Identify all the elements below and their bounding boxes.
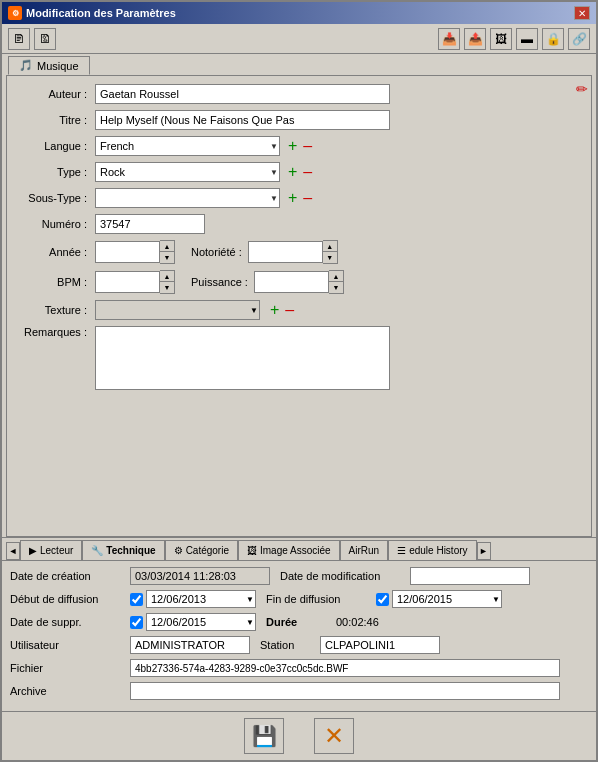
sous-type-plus-minus: + – — [288, 190, 312, 206]
date-creation-input[interactable] — [130, 567, 270, 585]
remarques-label: Remarques : — [15, 326, 95, 338]
annee-notoriete-row: Année : ▲ ▼ Notoriété : ▲ ▼ — [15, 240, 583, 264]
bottom-tab-categorie[interactable]: ⚙ Catégorie — [165, 540, 238, 560]
utilisateur-input[interactable] — [130, 636, 250, 654]
annee-spinner-btns: ▲ ▼ — [160, 240, 175, 264]
type-select[interactable]: Rock Pop Jazz — [95, 162, 280, 182]
notoriete-down-btn[interactable]: ▼ — [323, 252, 337, 263]
archive-row: Archive — [10, 682, 588, 700]
technique-content: Date de création Date de modification Dé… — [2, 560, 596, 711]
puissance-input[interactable] — [254, 271, 329, 293]
dates-creation-row: Date de création Date de modification — [10, 567, 588, 585]
langue-select[interactable]: French English Spanish — [95, 136, 280, 156]
lecteur-label: Lecteur — [40, 545, 73, 556]
notoriete-up-btn[interactable]: ▲ — [323, 241, 337, 252]
fin-date-select[interactable]: 12/06/2015 — [392, 590, 502, 608]
texture-minus-btn[interactable]: – — [285, 302, 294, 318]
type-minus-btn[interactable]: – — [303, 164, 312, 180]
date-modification-input[interactable] — [410, 567, 530, 585]
texture-label: Texture : — [15, 304, 95, 316]
texture-select[interactable] — [95, 300, 260, 320]
sous-type-plus-btn[interactable]: + — [288, 190, 297, 206]
suppr-date-select[interactable]: 12/06/2015 — [146, 613, 256, 631]
annee-input[interactable] — [95, 241, 160, 263]
fichier-row: Fichier — [10, 659, 588, 677]
toolbar-image-btn[interactable]: 🖼 — [490, 28, 512, 50]
fichier-input[interactable] — [130, 659, 560, 677]
bpm-spinner-btns: ▲ ▼ — [160, 270, 175, 294]
tab-prev-btn[interactable]: ◄ — [6, 542, 20, 560]
toolbar-copy-btn[interactable]: 🖹 — [8, 28, 30, 50]
categorie-label: Catégorie — [186, 545, 229, 556]
type-plus-minus: + – — [288, 164, 312, 180]
toolbar-paste-btn[interactable]: 🖻 — [34, 28, 56, 50]
bottom-section: ◄ ▶ Lecteur 🔧 Technique ⚙ Catégorie 🖼 Im… — [2, 537, 596, 711]
sous-type-minus-btn[interactable]: – — [303, 190, 312, 206]
auteur-input[interactable] — [95, 84, 390, 104]
toolbar-link-btn[interactable]: 🔗 — [568, 28, 590, 50]
bottom-tab-lecteur[interactable]: ▶ Lecteur — [20, 540, 82, 560]
form-area: Auteur : Titre : Langue : French English… — [6, 75, 592, 537]
annee-down-btn[interactable]: ▼ — [160, 252, 174, 263]
annee-up-btn[interactable]: ▲ — [160, 241, 174, 252]
save-button[interactable]: 💾 — [244, 718, 284, 754]
tab-next-btn[interactable]: ► — [477, 542, 491, 560]
puissance-down-btn[interactable]: ▼ — [329, 282, 343, 293]
bottom-tab-schedule[interactable]: ☰ edule History — [388, 540, 476, 560]
numero-label: Numéro : — [15, 218, 95, 230]
auteur-row: Auteur : — [15, 84, 583, 104]
tab-bar: 🎵 Musique — [2, 54, 596, 75]
bottom-tab-bar: ◄ ▶ Lecteur 🔧 Technique ⚙ Catégorie 🖼 Im… — [2, 537, 596, 560]
main-window: ⚙ Modification des Paramètres ✕ 🖹 🖻 📥 📤 … — [0, 0, 598, 762]
puissance-up-btn[interactable]: ▲ — [329, 271, 343, 282]
puissance-spinner-btns: ▲ ▼ — [329, 270, 344, 294]
archive-input[interactable] — [130, 682, 560, 700]
bottom-tab-image[interactable]: 🖼 Image Associée — [238, 540, 340, 560]
suppr-checkbox[interactable] — [130, 616, 143, 629]
toolbar-lock-btn[interactable]: 🔒 — [542, 28, 564, 50]
notoriete-section: Notoriété : ▲ ▼ — [191, 240, 338, 264]
date-creation-label: Date de création — [10, 570, 130, 582]
duree-value: 00:02:46 — [336, 616, 456, 628]
bpm-label: BPM : — [15, 276, 95, 288]
sous-type-select[interactable] — [95, 188, 280, 208]
debut-checkbox[interactable] — [130, 593, 143, 606]
date-suppr-label: Date de suppr. — [10, 616, 130, 628]
fin-diffusion-label: Fin de diffusion — [266, 593, 376, 605]
title-bar: ⚙ Modification des Paramètres ✕ — [2, 2, 596, 24]
close-button[interactable]: ✕ — [574, 6, 590, 20]
toolbar-export-btn[interactable]: 📤 — [464, 28, 486, 50]
bpm-down-btn[interactable]: ▼ — [160, 282, 174, 293]
puissance-label: Puissance : — [191, 276, 248, 288]
debut-date-select[interactable]: 12/06/2013 — [146, 590, 256, 608]
utilisateur-station-row: Utilisateur Station — [10, 636, 588, 654]
cancel-button[interactable]: ✕ — [314, 718, 354, 754]
bpm-input[interactable] — [95, 271, 160, 293]
annee-label: Année : — [15, 246, 95, 258]
toolbar-left: 🖹 🖻 — [8, 28, 56, 50]
suppr-date-wrapper: 12/06/2015 — [130, 613, 256, 631]
technique-label: Technique — [106, 545, 155, 556]
numero-input[interactable] — [95, 214, 205, 234]
titre-input[interactable] — [95, 110, 390, 130]
window-title: Modification des Paramètres — [26, 7, 176, 19]
fin-date-select-wrapper: 12/06/2015 — [392, 590, 502, 608]
type-select-wrapper: Rock Pop Jazz — [95, 162, 280, 182]
toolbar-import-btn[interactable]: 📥 — [438, 28, 460, 50]
type-plus-btn[interactable]: + — [288, 164, 297, 180]
bpm-up-btn[interactable]: ▲ — [160, 271, 174, 282]
pencil-icon[interactable]: ✏ — [576, 81, 588, 97]
remarques-textarea[interactable] — [95, 326, 390, 390]
toolbar-strip-btn[interactable]: ▬ — [516, 28, 538, 50]
tab-musique[interactable]: 🎵 Musique — [8, 56, 90, 75]
notoriete-input[interactable] — [248, 241, 323, 263]
utilisateur-label: Utilisateur — [10, 639, 130, 651]
station-input[interactable] — [320, 636, 440, 654]
bottom-tab-technique[interactable]: 🔧 Technique — [82, 540, 164, 560]
toolbar-right: 📥 📤 🖼 ▬ 🔒 🔗 — [438, 28, 590, 50]
texture-plus-btn[interactable]: + — [270, 302, 279, 318]
bottom-tab-airrun[interactable]: AirRun — [340, 540, 389, 560]
fin-checkbox[interactable] — [376, 593, 389, 606]
langue-plus-btn[interactable]: + — [288, 138, 297, 154]
langue-minus-btn[interactable]: – — [303, 138, 312, 154]
